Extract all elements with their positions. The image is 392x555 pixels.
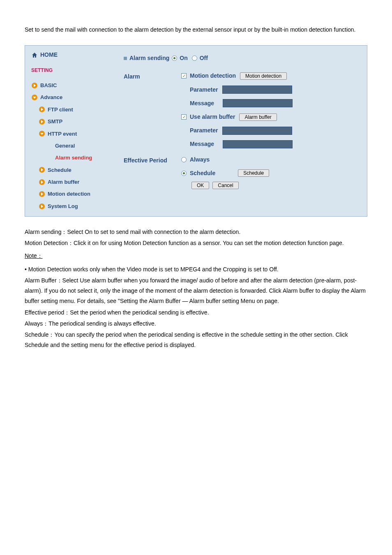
- nav-label: SMTP: [48, 117, 62, 126]
- desc-note-1: • Motion Detection works only when the V…: [25, 264, 367, 275]
- nav-item-basic[interactable]: BASIC: [31, 79, 109, 91]
- nav-label: HTTP event: [48, 129, 77, 139]
- schedule-button[interactable]: Schedule: [238, 169, 269, 177]
- checkbox-alarm-buffer[interactable]: ✓: [181, 114, 187, 120]
- radio-off[interactable]: [192, 56, 197, 61]
- home-link[interactable]: HOME: [31, 50, 109, 60]
- message-input-2[interactable]: [223, 140, 293, 148]
- nav-label: Motion detection: [48, 189, 90, 199]
- nav-label: FTP client: [48, 105, 73, 114]
- intro-text: Set to send the mail with connection to …: [25, 25, 367, 35]
- message-label-2: Message: [190, 139, 214, 149]
- schedule-text: Schedule: [190, 168, 215, 178]
- header-label: Alarm sending: [129, 53, 169, 63]
- desc-effective-period: Effective period：Set the period when the…: [25, 308, 367, 318]
- nav-item-advance[interactable]: Advance: [31, 91, 109, 103]
- nav-label: BASIC: [40, 81, 57, 90]
- parameter-label-2: Parameter: [190, 125, 218, 136]
- message-input-1[interactable]: [223, 99, 293, 107]
- bullet-icon: [124, 57, 127, 60]
- nav-item-alarm-sending[interactable]: Alarm sending: [31, 152, 109, 164]
- parameter-label-1: Parameter: [190, 85, 218, 95]
- nav-label: Schedule: [48, 165, 71, 175]
- note-label: Note：: [25, 251, 367, 261]
- content-area: Alarm sending On Off Alarm ✓ Motion dete…: [115, 46, 367, 216]
- nav-label: System Log: [48, 201, 78, 211]
- app-panel: HOME SETTING BASICAdvanceFTP clientSMTPH…: [25, 45, 367, 217]
- nav-item-general[interactable]: General: [31, 140, 109, 152]
- desc-always: Always：The periodical sending is always …: [25, 319, 367, 329]
- motion-detection-button[interactable]: Motion detection: [240, 72, 287, 80]
- setting-label: SETTING: [31, 66, 109, 75]
- off-label: Off: [200, 53, 208, 63]
- cancel-button[interactable]: Cancel: [212, 182, 238, 189]
- nav-label: Alarm buffer: [48, 177, 79, 187]
- desc-alarm-sending: Alarm sending：Select On to set to send m…: [25, 227, 367, 237]
- content-header: Alarm sending On Off: [124, 53, 359, 63]
- sidebar: HOME SETTING BASICAdvanceFTP clientSMTPH…: [25, 46, 115, 216]
- radio-schedule[interactable]: [181, 171, 187, 176]
- nav-item-motion-detection[interactable]: Motion detection: [31, 188, 109, 200]
- desc-schedule: Schedule：You can specify the period when…: [25, 330, 367, 350]
- nav-item-ftp-client[interactable]: FTP client: [31, 104, 109, 116]
- desc-motion-detection: Motion Detection：Click it on for using M…: [25, 238, 367, 248]
- parameter-input-1[interactable]: [222, 86, 292, 94]
- nav-item-system-log[interactable]: System Log: [31, 200, 109, 212]
- home-label: HOME: [40, 50, 58, 60]
- effective-period-label: Effective Period: [124, 155, 181, 189]
- nav-item-alarm-buffer[interactable]: Alarm buffer: [31, 176, 109, 188]
- radio-always[interactable]: [181, 157, 187, 162]
- radio-on[interactable]: [172, 56, 177, 61]
- on-label: On: [180, 53, 187, 63]
- checkbox-motion-detection[interactable]: ✓: [181, 73, 187, 79]
- nav-label: Advance: [40, 92, 62, 102]
- alarm-label: Alarm: [124, 71, 181, 153]
- message-label-1: Message: [190, 98, 214, 109]
- nav-item-schedule[interactable]: Schedule: [31, 164, 109, 176]
- always-text: Always: [190, 155, 210, 165]
- use-alarm-buffer-text: Use alarm buffer: [190, 112, 235, 122]
- home-icon: [31, 52, 38, 58]
- nav-item-http-event[interactable]: HTTP event: [31, 128, 109, 140]
- nav-label: General: [55, 141, 75, 150]
- nav-label: Alarm sending: [55, 153, 92, 162]
- parameter-input-2[interactable]: [222, 127, 292, 135]
- motion-detection-text: Motion detection: [190, 71, 236, 81]
- alarm-buffer-button[interactable]: Alarm buffer: [239, 113, 277, 121]
- desc-alarm-buffer: Alarm Buffer：Select Use alarm buffer whe…: [25, 275, 367, 307]
- nav-item-smtp[interactable]: SMTP: [31, 116, 109, 127]
- ok-button[interactable]: OK: [191, 182, 209, 189]
